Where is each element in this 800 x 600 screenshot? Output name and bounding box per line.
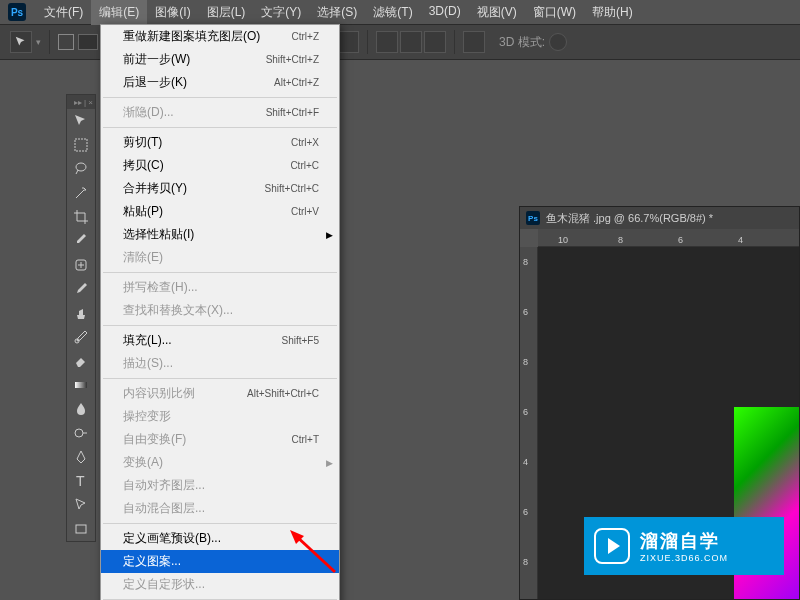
- pen-tool[interactable]: [67, 445, 95, 469]
- menu-item: 描边(S)...: [101, 352, 339, 375]
- path-selection-tool[interactable]: [67, 493, 95, 517]
- document-titlebar[interactable]: Ps 鱼木混猪 .jpg @ 66.7%(RGB/8#) *: [520, 207, 799, 229]
- vertical-ruler[interactable]: 8686468: [520, 247, 538, 599]
- menu-separator: [103, 523, 337, 524]
- menu-item[interactable]: 视图(V): [469, 0, 525, 25]
- menu-item[interactable]: 滤镜(T): [365, 0, 420, 25]
- brush-tool[interactable]: [67, 277, 95, 301]
- move-tool-preset[interactable]: [10, 31, 32, 53]
- distribute-btn[interactable]: [337, 31, 359, 53]
- menu-item[interactable]: 后退一步(K)Alt+Ctrl+Z: [101, 71, 339, 94]
- menu-separator: [103, 378, 337, 379]
- menu-item[interactable]: 选择性粘贴(I)▶: [101, 223, 339, 246]
- menu-item: 内容识别比例Alt+Shift+Ctrl+C: [101, 382, 339, 405]
- watermark-text: 溜溜自学 ZIXUE.3D66.COM: [640, 529, 728, 563]
- menu-item[interactable]: 剪切(T)Ctrl+X: [101, 131, 339, 154]
- divider: [49, 30, 50, 54]
- menu-item[interactable]: 合并拷贝(Y)Shift+Ctrl+C: [101, 177, 339, 200]
- menu-item: 渐隐(D)...Shift+Ctrl+F: [101, 101, 339, 124]
- menu-item[interactable]: 窗口(W): [525, 0, 584, 25]
- document-title: 鱼木混猪 .jpg @ 66.7%(RGB/8#) *: [546, 211, 713, 226]
- menu-item: 操控变形: [101, 405, 339, 428]
- watermark: 溜溜自学 ZIXUE.3D66.COM: [584, 517, 784, 575]
- horizontal-ruler[interactable]: 10864: [538, 229, 799, 247]
- svg-rect-7: [76, 525, 86, 533]
- menu-item: 查找和替换文本(X)...: [101, 299, 339, 322]
- svg-rect-4: [75, 382, 87, 388]
- clone-stamp-tool[interactable]: [67, 301, 95, 325]
- rectangle-tool[interactable]: [67, 517, 95, 541]
- distribute-btn[interactable]: [400, 31, 422, 53]
- menu-item[interactable]: 重做新建图案填充图层(O)Ctrl+Z: [101, 25, 339, 48]
- 3d-rotate-icon[interactable]: [549, 33, 567, 51]
- app-logo: Ps: [8, 3, 26, 21]
- menu-item: 变换(A)▶: [101, 451, 339, 474]
- menu-item: 自动对齐图层...: [101, 474, 339, 497]
- dodge-tool[interactable]: [67, 421, 95, 445]
- tools-panel: ▸▸ | × T: [66, 94, 96, 542]
- mode-3d-label: 3D 模式:: [499, 34, 545, 51]
- distribute-btn[interactable]: [376, 31, 398, 53]
- healing-brush-tool[interactable]: [67, 253, 95, 277]
- eraser-tool[interactable]: [67, 349, 95, 373]
- divider: [367, 30, 368, 54]
- magic-wand-tool[interactable]: [67, 181, 95, 205]
- divider: [454, 30, 455, 54]
- eyedropper-tool[interactable]: [67, 229, 95, 253]
- svg-point-1: [76, 163, 86, 171]
- edit-menu-dropdown: 重做新建图案填充图层(O)Ctrl+Z前进一步(W)Shift+Ctrl+Z后退…: [100, 24, 340, 600]
- menu-item: 定义自定形状...: [101, 573, 339, 596]
- ps-icon: Ps: [526, 211, 540, 225]
- menu-item[interactable]: 填充(L)...Shift+F5: [101, 329, 339, 352]
- menu-item: 自由变换(F)Ctrl+T: [101, 428, 339, 451]
- menu-separator: [103, 325, 337, 326]
- distribute-btn[interactable]: [424, 31, 446, 53]
- auto-select-checkbox[interactable]: [58, 34, 74, 50]
- menu-item[interactable]: 编辑(E): [91, 0, 147, 25]
- type-tool[interactable]: T: [67, 469, 95, 493]
- distribute-group-2: [376, 31, 446, 53]
- blur-tool[interactable]: [67, 397, 95, 421]
- menu-item[interactable]: 拷贝(C)Ctrl+C: [101, 154, 339, 177]
- crop-tool[interactable]: [67, 205, 95, 229]
- menu-item[interactable]: 定义图案...: [101, 550, 339, 573]
- menu-item[interactable]: 文件(F): [36, 0, 91, 25]
- lasso-tool[interactable]: [67, 157, 95, 181]
- layer-dropdown[interactable]: [78, 34, 98, 50]
- menu-item: 清除(E): [101, 246, 339, 269]
- menu-item[interactable]: 定义画笔预设(B)...: [101, 527, 339, 550]
- menu-item: 自动混合图层...: [101, 497, 339, 520]
- move-tool[interactable]: [67, 109, 95, 133]
- menu-separator: [103, 272, 337, 273]
- gradient-tool[interactable]: [67, 373, 95, 397]
- svg-rect-0: [75, 139, 87, 151]
- arrange-btn[interactable]: [463, 31, 485, 53]
- history-brush-tool[interactable]: [67, 325, 95, 349]
- submenu-arrow-icon: ▶: [326, 458, 333, 468]
- menu-item[interactable]: 3D(D): [421, 0, 469, 25]
- menu-item[interactable]: 选择(S): [309, 0, 365, 25]
- panel-header[interactable]: ▸▸ | ×: [67, 95, 95, 109]
- svg-text:T: T: [76, 473, 85, 489]
- menu-separator: [103, 127, 337, 128]
- menu-item[interactable]: 文字(Y): [253, 0, 309, 25]
- play-icon: [594, 528, 630, 564]
- menu-item[interactable]: 帮助(H): [584, 0, 641, 25]
- menu-item[interactable]: 图层(L): [199, 0, 254, 25]
- menu-item: 拼写检查(H)...: [101, 276, 339, 299]
- menu-separator: [103, 97, 337, 98]
- menu-item[interactable]: 粘贴(P)Ctrl+V: [101, 200, 339, 223]
- marquee-tool[interactable]: [67, 133, 95, 157]
- submenu-arrow-icon: ▶: [326, 230, 333, 240]
- menu-item[interactable]: 图像(I): [147, 0, 198, 25]
- svg-point-5: [75, 429, 83, 437]
- menubar: Ps 文件(F)编辑(E)图像(I)图层(L)文字(Y)选择(S)滤镜(T)3D…: [0, 0, 800, 24]
- menu-item[interactable]: 前进一步(W)Shift+Ctrl+Z: [101, 48, 339, 71]
